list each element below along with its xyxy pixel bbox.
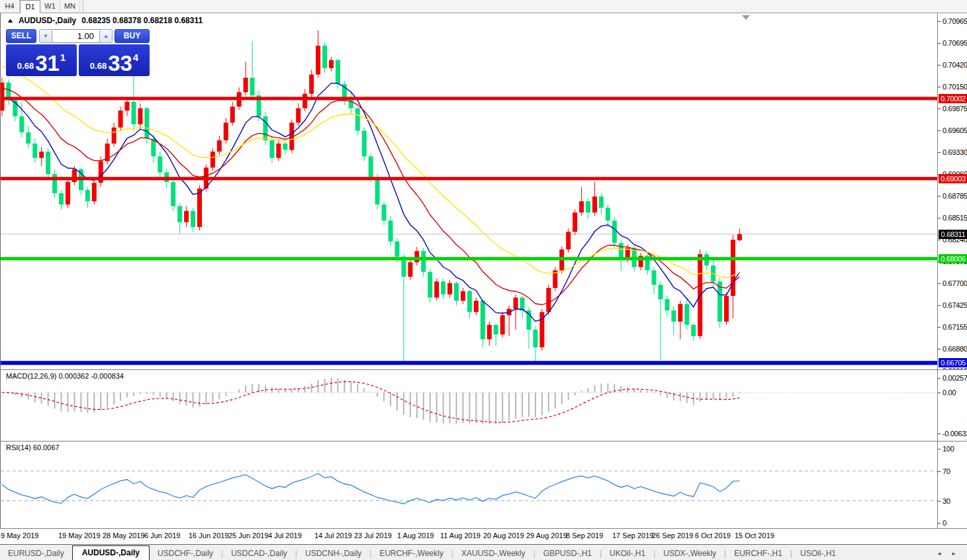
chart-tab-usdcaddaily[interactable]: USDCAD-,Daily <box>223 547 295 560</box>
candle-body <box>586 201 590 212</box>
chart-shift-marker-icon[interactable] <box>742 15 750 20</box>
candle-body <box>32 144 37 158</box>
candle-body <box>302 94 307 109</box>
candle-body <box>533 330 537 348</box>
chart-tab-xauusdweekly[interactable]: XAUUSD-,Weekly <box>453 547 533 560</box>
rsi-axis: 10070300 <box>937 442 967 528</box>
date-tick-label: 11 Aug 2019 <box>440 532 481 539</box>
buy-button[interactable]: BUY <box>115 29 150 43</box>
timeframe-button-mn[interactable]: MN <box>60 0 80 12</box>
candle-body <box>191 211 195 227</box>
volume-decrease-button[interactable]: ▼ <box>39 29 52 43</box>
price-tick-label: 0.70150 <box>943 83 967 91</box>
candle-body <box>447 283 452 295</box>
candle-body <box>684 304 689 325</box>
sell-button[interactable]: SELL <box>6 29 36 43</box>
candle-body <box>659 285 663 299</box>
candle-body <box>230 107 235 122</box>
timeframe-button-w1[interactable]: W1 <box>40 0 60 12</box>
candle-body <box>118 111 123 127</box>
tab-scroll-arrows[interactable]: ◄ ► <box>937 551 967 560</box>
chart-tab-ukoilh1[interactable]: UKOil-,H1 <box>602 547 653 560</box>
candle-body <box>197 189 202 227</box>
candle-body <box>606 208 610 220</box>
chart-tab-usdcnhdaily[interactable]: USDCNH-,Daily <box>297 547 369 560</box>
buy-price-point: 4 <box>133 52 138 63</box>
chart-tab-usdchfdaily[interactable]: USDCHF-,Daily <box>150 547 221 560</box>
price-tick <box>938 87 941 87</box>
candles-layer <box>1 30 742 362</box>
date-tick-label: 29 Aug 2019 <box>526 532 567 539</box>
macd-panel[interactable]: MACD(12,26,9) 0.000362 -0.000834 <box>0 370 938 441</box>
macd-tick-label: -0.006326 <box>943 430 967 438</box>
candle-body <box>158 156 162 172</box>
candle-body <box>454 283 459 301</box>
candle-body <box>171 182 175 206</box>
timeframe-button-h4[interactable]: H4 <box>0 0 20 12</box>
date-tick-label: 6 Oct 2019 <box>695 532 731 539</box>
chart-tab-usoilh1[interactable]: USOil-,H1 <box>792 547 844 560</box>
buy-price-prefix: 0.68 <box>90 61 107 71</box>
candle-body <box>19 117 24 132</box>
rsi-panel[interactable]: RSI(14) 60.0067 <box>0 442 938 528</box>
candle-body <box>612 220 617 243</box>
price-tick <box>938 240 941 240</box>
macd-canvas[interactable] <box>1 370 938 441</box>
volume-increase-button[interactable]: ▲ <box>99 29 113 43</box>
chart-tab-eurusddaily[interactable]: EURUSD-,Daily <box>0 547 72 560</box>
sell-price-display[interactable]: 0.68311 <box>6 44 77 76</box>
price-tick <box>938 349 941 350</box>
chart-symbol-title: AUDUSD-,Daily <box>19 16 76 25</box>
price-tick-label: 0.68515 <box>943 214 967 222</box>
date-axis[interactable]: 9 May 201919 May 201928 May 20196 Jun 20… <box>0 529 967 544</box>
chart-tab-eurchfweekly[interactable]: EURCHF-,Weekly <box>371 547 451 560</box>
candle-body <box>210 152 215 167</box>
candle-body <box>619 243 623 259</box>
price-tick-label: 0.70965 <box>943 17 967 25</box>
chart-tab-gbpusdh1[interactable]: GBPUSD-,H1 <box>535 547 600 560</box>
candle-body <box>244 77 248 92</box>
candle-body <box>112 128 116 144</box>
date-tick-label: 26 Sep 2019 <box>652 532 693 539</box>
price-tick-label: 0.68785 <box>943 192 967 200</box>
candle-body <box>250 77 255 95</box>
candle-body <box>691 325 696 336</box>
macd-label: MACD(12,26,9) 0.000362 -0.000834 <box>6 372 124 380</box>
candle-body <box>599 197 604 208</box>
price-tick <box>938 21 941 22</box>
candle-body <box>296 109 300 123</box>
sell-price-point: 1 <box>60 52 66 63</box>
date-tick-label: 6 Jun 2019 <box>144 532 180 539</box>
candle-body <box>177 206 182 222</box>
price-level-badge: 0.70002 <box>939 94 967 103</box>
candle-body <box>441 281 445 294</box>
price-tick-label: 0.70420 <box>943 61 967 69</box>
candle-body <box>329 60 334 68</box>
rsi-tick-label: 30 <box>943 497 950 505</box>
rsi-tick-label: 0 <box>943 519 946 527</box>
candle-body <box>217 140 222 152</box>
chart-tab-usdxweekly[interactable]: USDX-,Weekly <box>655 547 724 560</box>
chart-title-row: ▲ AUDUSD-,Daily 0.68235 0.68378 0.68218 … <box>7 16 203 25</box>
price-tick <box>938 152 941 153</box>
macd-axis: 0.0025740.00-0.006326 <box>937 370 967 441</box>
timeframe-button-d1[interactable]: D1 <box>20 0 40 13</box>
price-tick-label: 0.66880 <box>943 345 967 353</box>
candle-body <box>737 234 742 240</box>
macd-signal-line <box>2 382 739 423</box>
rsi-tick <box>938 449 941 449</box>
buy-price-display[interactable]: 0.68334 <box>79 44 150 76</box>
date-tick-label: 15 Oct 2019 <box>735 532 774 539</box>
chart-tab-eurchfh1[interactable]: EURCHF-,H1 <box>726 547 790 560</box>
chart-tab-audusddaily[interactable]: AUDUSD-,Daily <box>72 545 150 560</box>
candle-body <box>283 144 287 150</box>
main-chart-panel[interactable]: ▲ AUDUSD-,Daily 0.68235 0.68378 0.68218 … <box>0 13 938 369</box>
candle-body <box>355 109 360 131</box>
collapse-chart-icon[interactable]: ▲ <box>6 17 14 24</box>
volume-input[interactable] <box>52 29 99 43</box>
rsi-canvas[interactable] <box>1 442 938 528</box>
price-level-badge: 0.69003 <box>939 174 967 183</box>
price-axis[interactable]: 0.709650.706950.704200.701500.698750.696… <box>937 13 967 369</box>
candle-body <box>414 251 419 262</box>
candle-body <box>132 102 136 124</box>
